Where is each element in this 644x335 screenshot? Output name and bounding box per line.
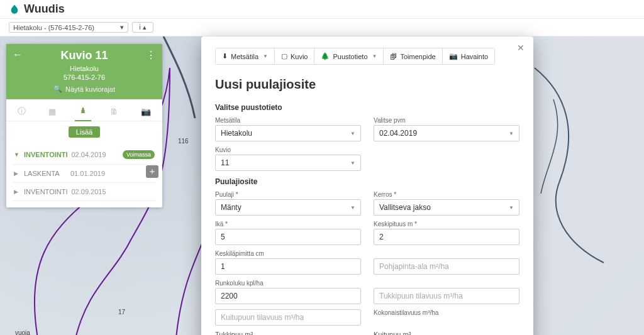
list-item[interactable]: ▶ INVENTOINTI 02.09.2015: [13, 183, 156, 201]
caret-down-icon: ▼: [509, 131, 514, 136]
kuitupuu-readout: Kuitupuu m³: [374, 331, 519, 335]
ika-input[interactable]: [215, 229, 361, 245]
tree-icon: [79, 106, 87, 115]
kuvio-estate: Hietakolu: [19, 65, 150, 72]
camera-icon: 📷: [449, 52, 458, 60]
caret-down-icon: ▼: [509, 205, 514, 211]
svg-text:116: 116: [178, 138, 189, 145]
metsatila-select[interactable]: Hietakolu ▼: [215, 125, 361, 141]
chevron-down-icon[interactable]: ▼: [14, 151, 20, 158]
inventory-list: ▼ INVENTOINTI 02.04.2019 Voimassa ＋ ▶ LA…: [6, 143, 162, 207]
keskilapimitta-label: Keskiläpimitta cm: [215, 250, 361, 257]
keskipituus-label: Keskipituus m *: [374, 221, 519, 228]
leaf-icon: [9, 4, 20, 15]
item-name: LASKENTA: [24, 170, 67, 177]
svg-text:17: 17: [118, 309, 126, 316]
copy-icon: 🗐: [390, 53, 397, 60]
tab-info-icon[interactable]: ⓘ: [18, 102, 26, 121]
item-date: 02.04.2019: [71, 151, 106, 158]
panel-tabs: ⓘ ▦ 🗎 📷: [6, 99, 162, 121]
property-selector-value: Hietakolu - (576-415-2-76): [13, 24, 94, 31]
modal-dialog: ✕ ⬇ Metsätila ▼ ▢ Kuvio 🌲 Puustotieto ▼ …: [201, 36, 533, 335]
info-button[interactable]: i ▴: [132, 22, 153, 33]
modal-title: Uusi puulajiosite: [215, 77, 519, 92]
list-item[interactable]: ▶ LASKENTA 01.01.2019: [13, 165, 156, 183]
kokonaistilavuus-label: Kokonaistilavuus m³/ha: [374, 309, 519, 316]
runkoluku-label: Runkoluku kpl/ha: [215, 280, 361, 287]
square-icon: ▢: [281, 52, 287, 60]
toolbar-kuvio[interactable]: ▢ Kuvio: [275, 48, 315, 64]
tukkipuun-tilavuus-input[interactable]: [374, 288, 519, 304]
kuvio-title: Kuvio 11: [19, 49, 150, 62]
tab-tree-icon[interactable]: [79, 102, 87, 121]
metsatila-label: Metsätila: [215, 117, 361, 124]
caret-down-icon: ▼: [372, 53, 377, 59]
kuvio-panel: ← ⋮ Kuvio 11 Hietakolu 576-415-2-76 🔍 Nä…: [6, 44, 162, 207]
toolbar-metsatila[interactable]: ⬇ Metsätila ▼: [216, 48, 275, 64]
search-icon: 🔍: [53, 85, 62, 93]
item-date: 02.09.2015: [71, 188, 106, 195]
kerros-label: Kerros *: [374, 191, 519, 198]
section-puustotieto: Valitse puustotieto: [215, 103, 519, 112]
toolbar-toimenpide[interactable]: 🗐 Toimenpide: [384, 48, 442, 64]
status-badge: Voimassa: [123, 150, 155, 159]
caret-down-icon: ▼: [350, 131, 355, 136]
app-name: Wuudis: [24, 3, 65, 16]
tab-area-icon[interactable]: ▦: [48, 103, 56, 120]
toolbar-puustotieto[interactable]: 🌲 Puustotieto ▼: [314, 48, 384, 64]
kerros-select[interactable]: Vallitseva jakso ▼: [374, 199, 519, 216]
show-borders-button[interactable]: 🔍 Näytä kuviorajat: [53, 85, 115, 93]
pohjapinta-input[interactable]: [374, 258, 519, 275]
add-item-icon[interactable]: ＋: [146, 165, 158, 178]
tukkipuu-readout: Tukkipuu m³: [215, 331, 361, 335]
chevron-down-icon: ▾: [120, 23, 124, 31]
chevron-right-icon[interactable]: ▶: [14, 189, 20, 195]
keskipituus-input[interactable]: [374, 229, 519, 245]
pvm-select[interactable]: 02.04.2019 ▼: [374, 125, 519, 141]
modal-toolbar: ⬇ Metsätila ▼ ▢ Kuvio 🌲 Puustotieto ▼ 🗐 …: [215, 48, 495, 65]
section-puulajiosite: Puulajiosite: [215, 177, 519, 186]
list-item[interactable]: ▼ INVENTOINTI 02.04.2019 Voimassa: [13, 145, 156, 165]
caret-down-icon: ▼: [263, 53, 268, 59]
app-logo: Wuudis: [9, 3, 65, 16]
runkoluku-input[interactable]: [215, 288, 361, 304]
close-icon[interactable]: ✕: [517, 43, 525, 53]
toolbar-havainto[interactable]: 📷 Havainto: [443, 48, 494, 64]
show-borders-label: Näytä kuviorajat: [65, 85, 115, 93]
item-name: INVENTOINTI: [24, 188, 67, 195]
panel-add-button[interactable]: Lisää: [69, 126, 100, 138]
property-bar: Hietakolu - (576-415-2-76) ▾ i ▴: [0, 19, 644, 36]
kuvio-select[interactable]: 11 ▼: [215, 155, 361, 171]
kuvio-estate-id: 576-415-2-76: [19, 74, 150, 81]
pvm-label: Valitse pvm: [374, 117, 519, 124]
property-selector[interactable]: Hietakolu - (576-415-2-76) ▾: [9, 22, 128, 33]
ika-label: Ikä *: [215, 221, 361, 228]
item-name: INVENTOINTI: [24, 151, 67, 158]
kuvio-label: Kuvio: [215, 146, 361, 153]
keskilapimitta-input[interactable]: [215, 258, 361, 275]
caret-down-icon: ▼: [350, 205, 355, 211]
app-header: Wuudis: [0, 0, 644, 19]
puulaji-label: Puulaji *: [215, 191, 361, 198]
item-date: 01.01.2019: [70, 170, 105, 177]
main-area: 116 17 vuoja ← ⋮ Kuvio 11 Hietakolu 576-…: [0, 36, 644, 335]
puulaji-select[interactable]: Mänty ▼: [215, 199, 361, 216]
svg-text:vuoja: vuoja: [15, 329, 30, 335]
caret-down-icon: ▼: [350, 160, 355, 166]
tree-icon: 🌲: [321, 52, 330, 60]
back-icon[interactable]: ←: [13, 49, 23, 60]
tab-note-icon[interactable]: 🗎: [110, 103, 118, 120]
chevron-right-icon[interactable]: ▶: [14, 170, 20, 177]
download-icon: ⬇: [222, 52, 228, 60]
kuitupuun-tilavuus-input[interactable]: [215, 309, 361, 326]
kebab-icon[interactable]: ⋮: [146, 49, 156, 61]
panel-header: ← ⋮ Kuvio 11 Hietakolu 576-415-2-76 🔍 Nä…: [6, 44, 162, 99]
tab-camera-icon[interactable]: 📷: [141, 103, 151, 120]
